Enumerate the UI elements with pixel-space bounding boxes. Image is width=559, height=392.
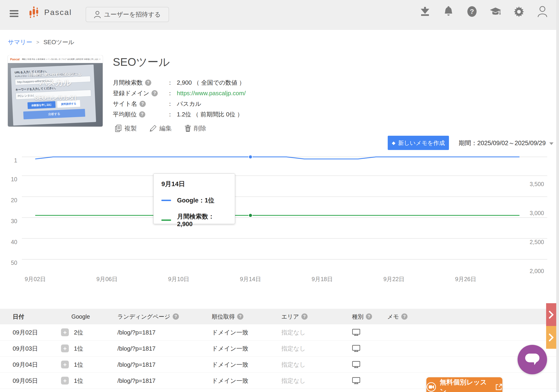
column-header: 順位取得? [212, 313, 243, 320]
row-rank-acquisition: ドメイン一致 [212, 360, 248, 369]
desktop-monitor-icon [352, 345, 360, 352]
legend-dash-icon [161, 200, 171, 201]
help-icon[interactable]: ? [401, 314, 408, 320]
svg-text:3,000: 3,000 [530, 210, 544, 216]
tooltip-row: Google：1位 [161, 196, 227, 204]
expand-plus-icon[interactable]: + [61, 361, 69, 369]
side-panel-tab-orange[interactable] [546, 326, 556, 349]
chat-button[interactable] [518, 345, 547, 374]
chevron-right-icon [549, 311, 554, 319]
free-lesson-button[interactable]: 無料個別レッスン [426, 377, 502, 392]
desktop-monitor-icon [352, 329, 360, 336]
row-rank-acquisition: ドメイン一致 [212, 377, 248, 385]
table-row: 09月03日+1位/blog/?p=1817ドメイン一致指定なし [0, 340, 559, 356]
row-google-rank: +1位 [61, 360, 83, 369]
row-date: 09月03日 [13, 344, 38, 352]
row-area: 指定なし [281, 377, 306, 385]
rank-chart[interactable]: 110203040503,5003,0002,5002,0009月02日9月06… [0, 0, 559, 294]
row-device-type [352, 377, 360, 384]
table-row: 09月04日+1位/blog/?p=1817ドメイン一致指定なし [0, 356, 559, 373]
chevron-right-icon [549, 334, 554, 341]
row-date: 09月05日 [13, 377, 38, 385]
help-icon[interactable]: ? [173, 314, 179, 320]
svg-text:20: 20 [11, 197, 17, 203]
row-area: 指定なし [281, 344, 306, 352]
legend-dash-icon [161, 219, 171, 221]
row-google-rank: +2位 [61, 328, 83, 336]
landing-page-link[interactable]: /blog/?p=1817 [117, 329, 156, 336]
svg-text:9月06日: 9月06日 [96, 276, 118, 282]
svg-text:9月26日: 9月26日 [455, 276, 476, 282]
svg-text:9月14日: 9月14日 [240, 276, 261, 282]
column-header: ランディングページ? [117, 313, 179, 320]
svg-text:30: 30 [11, 218, 17, 224]
svg-text:50: 50 [11, 259, 17, 266]
help-icon[interactable]: ? [301, 314, 307, 320]
svg-text:9月02日: 9月02日 [25, 276, 46, 282]
row-rank-acquisition: ドメイン一致 [212, 328, 248, 336]
svg-text:9月22日: 9月22日 [383, 276, 404, 282]
svg-text:40: 40 [11, 239, 17, 245]
row-area: 指定なし [281, 328, 306, 336]
row-rank-acquisition: ドメイン一致 [212, 344, 248, 352]
landing-page-link[interactable]: /blog/?p=1817 [117, 345, 156, 352]
video-camera-icon [426, 382, 436, 392]
expand-plus-icon[interactable]: + [61, 328, 69, 336]
svg-text:3,500: 3,500 [530, 181, 544, 187]
row-date: 09月02日 [13, 328, 38, 336]
row-google-rank: +1位 [61, 344, 83, 352]
desktop-monitor-icon [352, 377, 360, 384]
svg-text:9月18日: 9月18日 [312, 276, 333, 282]
expand-plus-icon[interactable]: + [61, 377, 69, 385]
svg-text:2,500: 2,500 [530, 239, 544, 245]
svg-text:2,000: 2,000 [530, 268, 544, 274]
page-scrollbar[interactable] [556, 0, 559, 392]
row-area: 指定なし [281, 360, 306, 369]
tooltip-row: 月間検索数：2,900 [161, 212, 227, 228]
column-header: メモ? [387, 313, 408, 320]
row-google-rank: +1位 [61, 377, 83, 385]
chat-bubble-icon [525, 353, 540, 366]
row-device-type [352, 361, 360, 368]
svg-text:10: 10 [11, 176, 17, 182]
row-device-type [352, 345, 360, 352]
svg-text:9月10日: 9月10日 [168, 276, 189, 282]
help-icon[interactable]: ? [237, 314, 243, 320]
svg-text:1: 1 [14, 157, 17, 164]
column-header: Google [71, 313, 90, 320]
row-date: 09月04日 [13, 360, 38, 369]
daily-rank-table: 日付Googleランディングページ?順位取得?エリア?種別?メモ? 09月02日… [0, 309, 559, 389]
column-header: 種別? [352, 313, 372, 320]
column-header: エリア? [281, 313, 307, 320]
chart-tooltip: 9月14日 Google：1位月間検索数：2,900 [153, 173, 235, 224]
help-icon[interactable]: ? [366, 314, 372, 320]
side-panel-tab-red[interactable] [546, 303, 556, 326]
row-device-type [352, 329, 360, 336]
tooltip-date: 9月14日 [161, 180, 227, 188]
landing-page-link[interactable]: /blog/?p=1817 [117, 377, 156, 384]
expand-plus-icon[interactable]: + [61, 345, 69, 352]
landing-page-link[interactable]: /blog/?p=1817 [117, 361, 156, 368]
desktop-monitor-icon [352, 361, 360, 368]
external-link-icon [495, 383, 502, 390]
table-row: 09月02日+2位/blog/?p=1817ドメイン一致指定なし [0, 324, 559, 340]
column-header: 日付 [13, 313, 24, 320]
table-header: 日付Googleランディングページ?順位取得?エリア?種別?メモ? [0, 309, 559, 324]
